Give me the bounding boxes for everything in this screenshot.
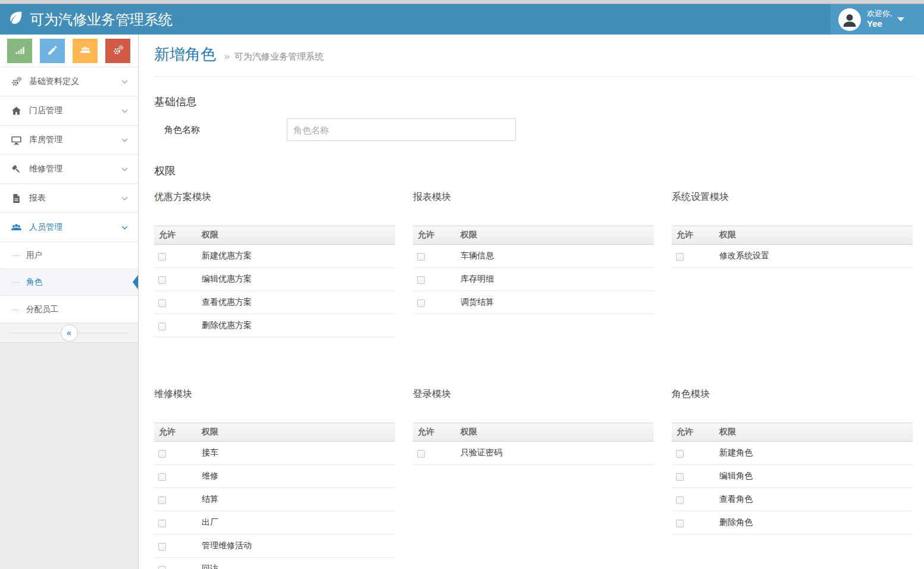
breadcrumb-separator: » bbox=[224, 51, 230, 62]
permission-label: 库存明细 bbox=[456, 268, 654, 291]
users-icon bbox=[80, 45, 91, 58]
brand[interactable]: 可为汽修业务管理系统 bbox=[0, 10, 173, 29]
table-row: 出厂 bbox=[154, 511, 395, 534]
breadcrumb: 可为汽修业务管理系统 bbox=[234, 51, 324, 62]
signal-icon bbox=[14, 45, 26, 58]
sidebar-filler bbox=[0, 342, 138, 569]
leaf-icon bbox=[8, 10, 24, 29]
divider bbox=[154, 76, 915, 77]
column-header-allow: 允许 bbox=[154, 226, 198, 245]
sidebar-collapse-bar: « bbox=[0, 323, 138, 342]
permission-checkbox[interactable] bbox=[417, 299, 425, 307]
table-row: 管理维修活动 bbox=[154, 534, 395, 558]
user-menu[interactable]: 欢迎你, Yee bbox=[831, 4, 924, 35]
permission-label: 删除优惠方案 bbox=[198, 314, 395, 337]
chevron-down-icon bbox=[120, 223, 129, 232]
module-coupon: 优惠方案模块允许权限新建优惠方案编辑优惠方案查看优惠方案删除优惠方案 bbox=[154, 190, 395, 337]
permission-label: 查看优惠方案 bbox=[198, 291, 395, 314]
table-row: 删除优惠方案 bbox=[154, 314, 395, 337]
permission-label: 结算 bbox=[198, 488, 395, 511]
sidebar-item-base-data[interactable]: 基础资料定义 bbox=[0, 67, 138, 96]
main-content: 新增角色 » 可为汽修业务管理系统 基础信息 角色名称 权限 优惠方案模块允许权… bbox=[139, 35, 924, 569]
sidebar-item-repair[interactable]: 维修管理 bbox=[0, 155, 138, 184]
shortcut-stats-button[interactable] bbox=[7, 39, 32, 63]
sidebar-shortcuts bbox=[0, 35, 138, 67]
table-row: 结算 bbox=[154, 488, 395, 511]
permission-checkbox[interactable] bbox=[158, 253, 166, 261]
permission-checkbox[interactable] bbox=[158, 566, 166, 569]
permission-checkbox[interactable] bbox=[158, 520, 166, 527]
chevron-down-icon bbox=[120, 107, 129, 115]
shortcut-members-button[interactable] bbox=[73, 39, 98, 63]
table-row: 编辑优惠方案 bbox=[154, 268, 395, 291]
app-header: 可为汽修业务管理系统 欢迎你, Yee bbox=[0, 4, 924, 35]
sidebar-nav: 基础资料定义门店管理库房管理维修管理报表人员管理用户角色分配员工 bbox=[0, 67, 138, 323]
sidebar-subitem-roles[interactable]: 角色 bbox=[0, 269, 138, 296]
sidebar-item-stores[interactable]: 门店管理 bbox=[0, 96, 138, 126]
table-row: 新建角色 bbox=[672, 442, 913, 465]
permission-checkbox[interactable] bbox=[417, 450, 425, 458]
table-row: 查看角色 bbox=[672, 488, 913, 511]
shortcut-edit-button[interactable] bbox=[40, 39, 65, 63]
gavel-icon bbox=[11, 164, 22, 175]
permission-checkbox[interactable] bbox=[158, 473, 166, 481]
section-title-permissions: 权限 bbox=[154, 164, 915, 178]
column-header-permission: 权限 bbox=[715, 423, 913, 442]
permissions-table: 允许权限车辆信息库存明细调货结算 bbox=[413, 226, 654, 314]
table-row: 车辆信息 bbox=[413, 245, 654, 268]
permission-checkbox[interactable] bbox=[158, 299, 166, 307]
permissions-table: 允许权限新建角色编辑角色查看角色删除角色 bbox=[672, 423, 913, 534]
permission-label: 调货结算 bbox=[456, 291, 654, 314]
module-system-settings: 系统设置模块允许权限修改系统设置 bbox=[672, 190, 913, 268]
role-name-input[interactable] bbox=[287, 118, 516, 141]
column-header-allow: 允许 bbox=[413, 226, 456, 245]
permission-checkbox[interactable] bbox=[158, 323, 166, 330]
sidebar-item-label: 门店管理 bbox=[29, 105, 62, 116]
permission-checkbox[interactable] bbox=[158, 496, 166, 504]
permission-label: 编辑角色 bbox=[715, 465, 913, 488]
permission-checkbox[interactable] bbox=[676, 496, 684, 504]
sidebar-item-warehouse[interactable]: 库房管理 bbox=[0, 126, 138, 155]
table-row: 删除角色 bbox=[672, 511, 913, 534]
active-item-arrow bbox=[133, 275, 138, 289]
permission-checkbox[interactable] bbox=[417, 253, 425, 261]
permission-label: 编辑优惠方案 bbox=[198, 268, 395, 291]
module-title: 优惠方案模块 bbox=[154, 190, 395, 204]
permissions-table: 允许权限修改系统设置 bbox=[672, 226, 913, 268]
column-header-permission: 权限 bbox=[198, 226, 395, 245]
module-repair: 维修模块允许权限接车维修结算出厂管理维修活动回访 bbox=[154, 387, 395, 569]
role-name-form-row: 角色名称 bbox=[154, 118, 915, 141]
permission-checkbox[interactable] bbox=[676, 450, 684, 458]
table-row: 查看优惠方案 bbox=[154, 291, 395, 314]
table-row: 修改系统设置 bbox=[672, 245, 913, 268]
sidebar: 基础资料定义门店管理库房管理维修管理报表人员管理用户角色分配员工 « bbox=[0, 35, 139, 569]
table-row: 只验证密码 bbox=[413, 442, 654, 465]
permissions-table: 允许权限只验证密码 bbox=[413, 423, 654, 465]
permission-checkbox[interactable] bbox=[676, 520, 684, 527]
module-title: 维修模块 bbox=[154, 387, 395, 401]
column-header-permission: 权限 bbox=[456, 423, 654, 442]
permission-label: 删除角色 bbox=[715, 511, 913, 534]
permission-checkbox[interactable] bbox=[158, 543, 166, 551]
permission-checkbox[interactable] bbox=[676, 473, 684, 481]
table-row: 调货结算 bbox=[413, 291, 654, 314]
module-report: 报表模块允许权限车辆信息库存明细调货结算 bbox=[413, 190, 654, 314]
permission-checkbox[interactable] bbox=[417, 276, 425, 284]
sidebar-item-reports[interactable]: 报表 bbox=[0, 184, 138, 213]
sidebar-collapse-button[interactable]: « bbox=[61, 324, 78, 342]
chevron-down-icon bbox=[120, 194, 129, 203]
permission-checkbox[interactable] bbox=[676, 253, 684, 261]
sidebar-item-staff[interactable]: 人员管理 bbox=[0, 213, 138, 242]
permissions-table: 允许权限接车维修结算出厂管理维修活动回访 bbox=[154, 423, 395, 569]
sidebar-subitem-label: 用户 bbox=[26, 250, 42, 261]
shortcut-settings-button[interactable] bbox=[105, 39, 130, 63]
sidebar-subitem-assign-staff[interactable]: 分配员工 bbox=[0, 296, 138, 323]
desktop-icon bbox=[11, 135, 22, 146]
table-row: 接车 bbox=[154, 442, 395, 465]
sidebar-submenu-staff: 用户角色分配员工 bbox=[0, 242, 138, 323]
permission-label: 出厂 bbox=[198, 511, 395, 534]
sidebar-subitem-users[interactable]: 用户 bbox=[0, 242, 138, 269]
permission-checkbox[interactable] bbox=[158, 450, 166, 458]
permission-label: 只验证密码 bbox=[456, 442, 654, 465]
permission-checkbox[interactable] bbox=[158, 276, 166, 284]
